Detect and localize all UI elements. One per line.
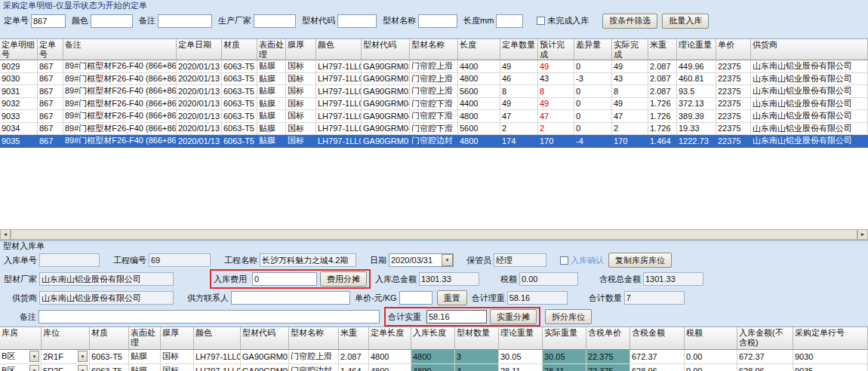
table-cell[interactable]: 5R2F▼ (42, 364, 90, 371)
inbound-fee-input[interactable] (252, 272, 317, 286)
batch-inbound-button[interactable]: 批量入库 (662, 14, 709, 29)
inbound-remark-input[interactable] (38, 310, 380, 323)
table-cell[interactable]: 山东南山铝业股份有限公司 (751, 73, 868, 86)
total-actual-weight-input[interactable] (426, 310, 487, 323)
table-cell[interactable]: 6063-T5 (222, 135, 257, 148)
column-header[interactable]: 颜色 (316, 39, 362, 60)
table-cell[interactable]: 0 (574, 98, 612, 111)
column-header[interactable]: 材质 (90, 327, 129, 350)
total-quantity-input[interactable] (624, 291, 685, 305)
table-cell[interactable]: 2020/01/13 (177, 73, 222, 86)
table-cell[interactable]: 89#门框型材F26-F40 (866+867) (63, 85, 177, 98)
table-cell[interactable]: 389.39 (677, 110, 716, 123)
column-header[interactable]: 型材数量 (455, 327, 499, 350)
scroll-left-icon[interactable]: ◄ (0, 229, 11, 240)
table-cell[interactable]: 1222.73 (677, 135, 716, 148)
table-cell[interactable]: 47 (612, 110, 648, 123)
column-header[interactable]: 长度 (458, 39, 500, 60)
table-cell[interactable]: GA90GRM05 (362, 135, 410, 148)
table-cell[interactable]: 49 (612, 60, 648, 73)
table-cell[interactable]: LH797-1LL0 (316, 110, 362, 123)
color-input[interactable] (91, 14, 133, 28)
inbound-confirm-checkbox[interactable] (560, 256, 568, 265)
column-header[interactable]: 库房 (0, 327, 42, 350)
split-location-button[interactable]: 拆分库位 (545, 309, 592, 324)
table-cell[interactable]: 6063-T5 (90, 364, 129, 371)
column-header[interactable]: 表面处理 (257, 39, 286, 60)
table-cell[interactable]: 2.087 (339, 350, 369, 364)
table-cell[interactable]: 国标 (161, 364, 194, 371)
table-cell[interactable]: 1.464 (339, 364, 369, 371)
scroll-right-icon[interactable]: ► (857, 229, 868, 240)
table-cell[interactable]: B区▼ (0, 364, 42, 371)
column-header[interactable]: 含税金额 (630, 327, 685, 350)
table-cell[interactable]: 国标 (286, 135, 316, 148)
table-cell[interactable]: 9030 (793, 350, 868, 364)
table-cell[interactable]: 2020/01/13 (177, 60, 222, 73)
table-cell[interactable]: 贴膜 (257, 73, 286, 86)
table-cell[interactable]: 贴膜 (257, 110, 286, 123)
table-cell[interactable]: 国标 (161, 350, 194, 364)
column-header[interactable]: 型材代码 (362, 39, 410, 60)
table-cell[interactable]: LH797-1LL0 (316, 73, 362, 86)
table-cell[interactable]: 6063-T5 (222, 73, 257, 86)
table-cell[interactable]: 89#门框型材F26-F40 (866+867) (63, 123, 177, 136)
tax-input[interactable] (519, 272, 578, 286)
table-cell[interactable]: 8 (500, 85, 538, 98)
column-header[interactable]: 含税单价 (586, 327, 630, 350)
table-cell[interactable]: 5600 (458, 123, 500, 136)
table-cell[interactable]: 9031 (0, 85, 38, 98)
table-cell[interactable]: 8 (538, 85, 574, 98)
table-cell[interactable]: 46 (500, 73, 538, 86)
table-cell[interactable]: 2 (500, 123, 538, 136)
table-cell[interactable]: 2R1F▼ (42, 350, 90, 364)
table-row[interactable]: B区▼5R2F▼6063-T5贴膜国标LH797-1LL0GA90GRM05门帘… (0, 364, 868, 371)
fee-apportion-button[interactable]: 费用分摊 (320, 271, 367, 287)
table-cell[interactable]: 22375 (716, 135, 751, 148)
table-cell[interactable]: 49 (500, 98, 538, 111)
column-header[interactable]: 预计完成 (538, 39, 574, 60)
table-cell[interactable]: 174 (500, 135, 538, 148)
table-cell[interactable]: 0 (574, 85, 612, 98)
table-cell[interactable]: 门帘腔上滑 (410, 60, 458, 73)
table-cell[interactable]: 0 (574, 110, 612, 123)
table-cell[interactable]: GA90GRM04 (362, 98, 410, 111)
table-cell[interactable]: GA90GRM03 (362, 85, 410, 98)
length-input[interactable] (496, 14, 523, 28)
column-header[interactable]: 理论重量 (499, 327, 543, 350)
table-cell[interactable]: 22375 (716, 73, 751, 86)
column-header[interactable]: 型材代码 (241, 327, 289, 350)
table-cell[interactable]: 2020/01/13 (177, 123, 222, 136)
column-header[interactable]: 表面处理 (129, 327, 161, 350)
table-cell[interactable]: 0.00 (685, 350, 737, 364)
table-cell[interactable]: GA90GRM05 (241, 364, 289, 371)
column-header[interactable]: 定单号 (38, 39, 63, 60)
table-cell[interactable]: 门帘腔上滑 (289, 350, 339, 364)
table-cell[interactable]: 2.087 (648, 73, 677, 86)
column-header[interactable]: 单价 (716, 39, 751, 60)
table-cell[interactable]: 4800 (458, 73, 500, 86)
table-cell[interactable]: 867 (38, 60, 63, 73)
table-cell[interactable]: 4800 (369, 364, 411, 371)
table-cell[interactable]: 49 (500, 60, 538, 73)
table-cell[interactable]: 4800 (458, 110, 500, 123)
entry-no-input[interactable] (39, 253, 100, 267)
cell-dropdown-icon[interactable]: ▼ (29, 365, 39, 371)
table-cell[interactable]: 19.33 (677, 123, 716, 136)
column-header[interactable]: 定单明细号 (0, 39, 38, 60)
table-cell[interactable]: 22.375 (586, 350, 630, 364)
table-cell[interactable]: 4800 (411, 364, 455, 371)
column-header[interactable]: 材质 (222, 39, 257, 60)
table-cell[interactable]: 628.96 (737, 364, 793, 371)
table-cell[interactable]: -3 (574, 73, 612, 86)
table-row[interactable]: 903386789#门框型材F26-F40 (866+867)2020/01/1… (0, 110, 868, 123)
table-cell[interactable]: 22375 (716, 98, 751, 111)
column-header[interactable]: 库位 (42, 327, 90, 350)
table-cell[interactable]: 门帘腔下滑 (410, 98, 458, 111)
table-cell[interactable]: 山东南山铝业股份有限公司 (751, 85, 868, 98)
table-cell[interactable]: 门帘腔上滑 (410, 85, 458, 98)
table-cell[interactable]: 22375 (716, 60, 751, 73)
table-cell[interactable]: 170 (538, 135, 574, 148)
table-cell[interactable]: 89#门框型材F26-F40 (866+867) (63, 73, 177, 86)
table-cell[interactable]: 门帘腔边封 (289, 364, 339, 371)
